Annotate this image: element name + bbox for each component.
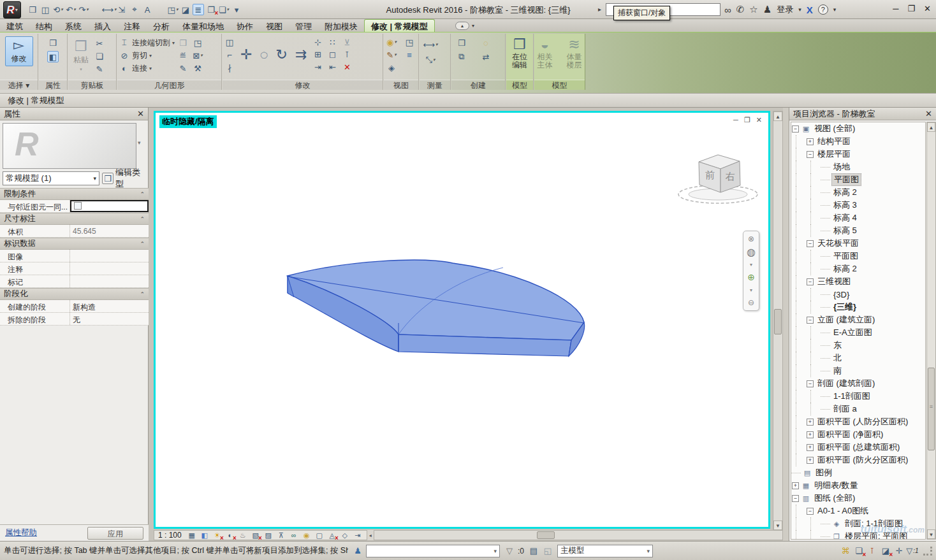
tree-item-label[interactable]: 天花板平面 xyxy=(815,238,861,249)
viewport[interactable]: 前 右 临时隐藏/隔离 ─❐✕ ⊗◍▾⊕▾⊖ xyxy=(154,111,770,529)
show-crop-region-icon[interactable]: ▨ xyxy=(263,531,274,540)
detail-level-icon[interactable]: ▦ xyxy=(187,531,197,540)
tree-item-label[interactable]: 面积平面 (人防分区面积) xyxy=(815,416,910,427)
cope-icon[interactable]: ⌐ xyxy=(224,49,235,61)
create-similar-icon[interactable]: ◌ xyxy=(480,37,492,48)
create-parts-icon[interactable]: ⇄ xyxy=(480,51,492,62)
tab-分析[interactable]: 分析 xyxy=(147,20,176,32)
preview-dropdown-icon[interactable]: ▾ xyxy=(138,140,141,146)
lock-3d-view-icon[interactable]: ⊼ xyxy=(276,531,286,540)
properties-close-icon[interactable]: ✕ xyxy=(137,109,144,118)
array-icon[interactable]: ∷ xyxy=(326,36,338,48)
design-option-combo[interactable]: 主模型▾ xyxy=(557,545,653,557)
collapse-section-icon[interactable]: ⌃ xyxy=(140,191,145,197)
select-links-icon[interactable]: ⌘ xyxy=(840,545,851,557)
section-icon[interactable]: ◪ xyxy=(180,4,191,15)
tree-item-label[interactable]: 明细表/数量 xyxy=(812,480,860,491)
minimize-ribbon-icon[interactable]: ▲ xyxy=(455,22,469,30)
create-group-icon[interactable]: ❒ xyxy=(456,37,467,48)
tree-item-label[interactable]: 结构平面 xyxy=(815,136,852,147)
tree-item-label[interactable]: 面积平面 (总建筑面积) xyxy=(815,442,902,453)
demolish-box-icon[interactable]: ◳ xyxy=(192,37,203,48)
tree-expander-icon[interactable]: − xyxy=(807,380,814,387)
tree-item[interactable]: {三维} xyxy=(791,301,925,313)
move-button[interactable]: ✛ xyxy=(237,36,255,73)
paint-icon[interactable]: ✎ xyxy=(177,62,189,74)
geometry-tool-2[interactable]: ◐连接▾ xyxy=(119,62,175,75)
horizontal-scroll-thumb[interactable] xyxy=(537,531,555,539)
tree-item[interactable]: +面积平面 (净面积) xyxy=(791,428,925,441)
project-browser-close-icon[interactable]: ✕ xyxy=(925,109,932,118)
tree-item-label[interactable]: 楼层平面 xyxy=(815,148,852,160)
view-restore-icon[interactable]: ❐ xyxy=(744,116,750,124)
properties-palette-icon[interactable]: ◧ xyxy=(47,51,59,62)
collapse-section-icon[interactable]: ⌃ xyxy=(140,216,145,222)
view-close-icon[interactable]: ✕ xyxy=(756,116,762,124)
mass-floors-button[interactable]: ≋ 体量楼层 xyxy=(560,36,589,71)
tab-管理[interactable]: 管理 xyxy=(289,20,318,32)
select-elements-by-face-icon[interactable]: ◪× xyxy=(880,545,891,557)
highlight-displacement-sets-icon[interactable]: ◇ xyxy=(340,531,350,540)
tree-item[interactable]: +面积平面 (人防分区面积) xyxy=(791,415,925,428)
view-minimize-icon[interactable]: ─ xyxy=(733,116,738,124)
type-selector[interactable]: 常规模型 (1)▾ xyxy=(3,171,99,185)
tree-expander-icon[interactable]: + xyxy=(807,138,814,145)
customize-qat-icon[interactable]: ▾ xyxy=(231,4,242,15)
show-rendering-dialog-icon[interactable]: ♨ xyxy=(238,531,248,540)
add-to-set-icon[interactable]: ◱ xyxy=(542,545,553,557)
scroll-up-icon[interactable]: ▲ xyxy=(773,111,782,121)
properties-help-link[interactable]: 属性帮助 xyxy=(5,528,37,538)
tree-item-label[interactable]: A0-1 - A0图纸 xyxy=(815,505,870,517)
tree-item-label[interactable]: 图例 xyxy=(814,467,834,478)
sep-icon[interactable] xyxy=(154,4,166,15)
reveal-hidden-elements-icon[interactable]: ◉ xyxy=(302,531,312,540)
select-underlay-elements-icon[interactable]: ❏× xyxy=(853,545,865,557)
zoom-tool-icon[interactable]: ⊕ xyxy=(745,271,757,283)
collapse-section-icon[interactable]: ⌃ xyxy=(140,291,145,298)
tree-item-label[interactable]: 1-1剖面图 xyxy=(831,391,872,402)
minimize-button[interactable]: ─ xyxy=(893,4,898,13)
tab-附加模块[interactable]: 附加模块 xyxy=(318,20,364,32)
project-browser-header[interactable]: 项目浏览器 - 阶梯教室 ✕ xyxy=(789,108,936,120)
help-icon[interactable]: ? xyxy=(818,4,828,15)
apply-button[interactable]: 应用 xyxy=(87,527,143,540)
tree-expander-icon[interactable]: − xyxy=(807,508,814,515)
tree-item[interactable]: 1-1剖面图 xyxy=(791,390,925,403)
tree-expander-icon[interactable]: + xyxy=(792,482,799,489)
thin-lines-icon[interactable]: ≣ xyxy=(193,4,204,15)
tree-item-label[interactable]: 三维视图 xyxy=(815,276,852,287)
section-header[interactable]: 阶段化⌃ xyxy=(0,288,149,300)
create-assembly-icon[interactable]: ⧉ xyxy=(456,51,467,62)
subscription-center-icon[interactable]: ✆ xyxy=(736,4,745,15)
tree-expander-icon[interactable]: − xyxy=(792,126,799,133)
tree-item[interactable]: 标高 3 xyxy=(791,199,925,212)
tree-item[interactable]: 标高 5 xyxy=(791,224,925,237)
favorites-star-icon[interactable]: ☆ xyxy=(749,4,757,15)
resize-grip[interactable] xyxy=(923,547,932,556)
wheel-menu-icon[interactable]: ▾ xyxy=(745,259,757,270)
tree-item[interactable]: 东 xyxy=(791,339,925,352)
tree-item-label[interactable]: 剖面 (建筑剖面) xyxy=(815,378,877,389)
tree-item-label[interactable]: 立面 (建筑立面) xyxy=(815,314,877,326)
temporary-hide-isolate-icon[interactable]: ∞ xyxy=(289,531,299,540)
property-value[interactable]: 无 xyxy=(70,313,149,325)
search-binoculars-icon[interactable]: ∞ xyxy=(724,4,731,15)
tab-协作[interactable]: 协作 xyxy=(230,20,260,32)
selection-filter-icon[interactable]: ▽:1 xyxy=(907,545,918,557)
worksets-icon[interactable]: ♟ xyxy=(352,545,363,557)
tree-item[interactable]: 标高 2 xyxy=(791,186,925,199)
default-3d-view-icon[interactable]: ◳▾ xyxy=(167,4,179,15)
tree-item-label[interactable]: 视图 (全部) xyxy=(812,123,857,134)
active-workset-combo[interactable]: ▾ xyxy=(366,545,500,557)
switch-windows-icon[interactable]: ❏▾ xyxy=(218,4,230,15)
tree-item-label[interactable]: 剖面: 1-1剖面图 xyxy=(843,518,905,529)
mirror-pick-icon[interactable]: ◫ xyxy=(224,36,235,48)
tree-item[interactable]: E-A立面图 xyxy=(791,326,925,339)
tree-item[interactable]: 标高 2 xyxy=(791,262,925,275)
tree-item[interactable]: −三维视图 xyxy=(791,275,925,288)
section-header[interactable]: 标识数据⌃ xyxy=(0,238,149,250)
edit-inplace-button[interactable]: ❒ 在位编辑 xyxy=(508,36,532,71)
property-value[interactable] xyxy=(70,262,149,275)
collapse-section-icon[interactable]: ⌃ xyxy=(140,241,145,247)
demolish-hammer-icon[interactable]: ⚒ xyxy=(192,62,203,74)
